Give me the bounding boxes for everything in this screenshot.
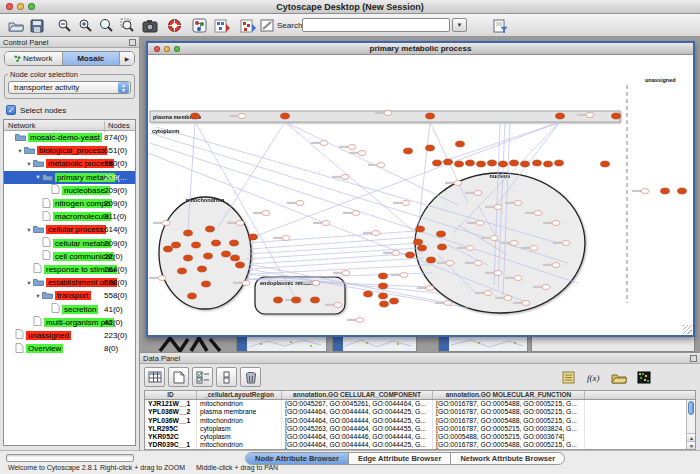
snapshot-button[interactable]	[140, 17, 159, 34]
table-row[interactable]: YKR052Ccytoplasm[GO:0044464, GO:0044446,…	[145, 433, 695, 441]
zoom-in-button[interactable]	[76, 17, 95, 34]
tree-row-response-to-stimulu[interactable]: response to stimulu264(0)	[4, 263, 135, 276]
network-node[interactable]	[418, 245, 427, 251]
network-node[interactable]	[427, 257, 436, 263]
background-window-fragment[interactable]	[332, 336, 417, 352]
network-node[interactable]	[188, 293, 197, 299]
network-node[interactable]	[444, 159, 453, 165]
network-node[interactable]	[544, 161, 553, 167]
network-node[interactable]	[249, 234, 258, 240]
region-mitochondrion[interactable]: mitochondrion	[159, 197, 251, 309]
tree-row-transport[interactable]: ▼transport558(0)	[4, 289, 135, 302]
search-dropdown-button[interactable]: ▼	[452, 18, 467, 32]
network-node[interactable]	[311, 297, 320, 303]
tab-mosaic[interactable]: Mosaic	[63, 52, 121, 65]
tree-row-overview[interactable]: Overview8(0)	[4, 342, 135, 355]
heatmap-button[interactable]	[633, 367, 654, 387]
network-node[interactable]	[253, 211, 270, 216]
network-node[interactable]	[153, 221, 170, 226]
network-node[interactable]	[404, 148, 413, 154]
background-window-fragment[interactable]	[438, 336, 528, 352]
network-node[interactable]	[612, 113, 621, 119]
network-node[interactable]	[149, 276, 166, 281]
vizmapper-button[interactable]	[190, 17, 209, 34]
network-node[interactable]	[632, 189, 649, 194]
expand-arrow-icon[interactable]: ▼	[25, 161, 33, 167]
select-attributes-button[interactable]	[192, 367, 213, 387]
network-node[interactable]	[192, 242, 201, 248]
network-node[interactable]	[222, 251, 231, 257]
network-node[interactable]	[406, 252, 415, 258]
background-window-fragment[interactable]	[531, 336, 695, 352]
network-node[interactable]	[343, 211, 360, 216]
network-node[interactable]	[380, 301, 389, 307]
network-node[interactable]	[164, 246, 173, 252]
network-node[interactable]	[204, 253, 213, 259]
attribute-table-header[interactable]: ID _cellularLayoutRegion annotation.GO C…	[145, 391, 695, 400]
expand-arrow-icon[interactable]: ▼	[34, 174, 42, 180]
network-node[interactable]	[292, 297, 301, 303]
tree-row-mosaic-demo-yeast[interactable]: mosaic-demo-yeast874(0)	[4, 131, 135, 144]
attribute-batch-button[interactable]	[558, 367, 579, 387]
tree-row-nucleobase-[interactable]: nucleobase-209(0)	[4, 184, 135, 197]
network-view-window[interactable]: primary metabolic process plasma membran…	[146, 41, 695, 337]
tree-row-cellular-process[interactable]: ▼cellular process614(0)	[4, 223, 135, 236]
network-node[interactable]	[456, 141, 465, 147]
network-node[interactable]	[311, 141, 328, 146]
scroll-down-button[interactable]: ▼	[687, 441, 696, 449]
network-node[interactable]	[466, 160, 475, 166]
expand-arrow-icon[interactable]: ▼	[25, 280, 33, 286]
network-node[interactable]	[510, 160, 519, 166]
network-node[interactable]	[184, 255, 193, 261]
network-node[interactable]	[379, 293, 388, 299]
network-node[interactable]	[390, 298, 399, 304]
table-row[interactable]: YJR121W__1mitochondrion[GO:0045267, GO:0…	[145, 400, 695, 408]
tree-row-establishment-of-lo[interactable]: ▼establishment of lo558(0)	[4, 276, 135, 289]
tree-row-macromolecule[interactable]: macromolecule311(0)	[4, 210, 135, 223]
network-node[interactable]	[555, 160, 564, 166]
network-node[interactable]	[438, 244, 447, 250]
select-nodes-checkbox[interactable]: ✓	[6, 105, 16, 115]
help-button[interactable]	[165, 17, 184, 34]
network-node[interactable]	[281, 113, 290, 119]
network-node[interactable]	[198, 266, 207, 272]
network-node[interactable]	[437, 231, 446, 237]
tab-overflow-button[interactable]: ▶	[120, 52, 134, 65]
network-node[interactable]	[678, 188, 687, 194]
network-node[interactable]	[287, 201, 304, 206]
float-panel-icon[interactable]	[129, 39, 136, 46]
network-node[interactable]	[426, 113, 435, 119]
network-node[interactable]	[184, 230, 193, 236]
open-session-button[interactable]	[6, 17, 25, 34]
region-cytoplasm[interactable]: cytoplasm	[152, 128, 179, 134]
zoom-fit-button[interactable]	[97, 17, 116, 34]
tree-row-unassigned[interactable]: unassigned223(0)	[4, 329, 135, 342]
table-row[interactable]: YLR295Ccytoplasm[GO:0045263, GO:0044464,…	[145, 425, 695, 433]
network-node[interactable]	[236, 262, 245, 268]
network-node[interactable]	[212, 240, 221, 246]
network-node[interactable]	[393, 201, 410, 206]
tab-network[interactable]: Network	[5, 52, 63, 65]
formula-button[interactable]: f(x)	[583, 367, 604, 387]
network-node[interactable]	[333, 271, 350, 276]
network-node[interactable]	[455, 161, 464, 167]
network-node[interactable]	[426, 145, 435, 151]
zoom-out-button[interactable]	[55, 17, 74, 34]
network-node[interactable]	[172, 242, 181, 248]
tree-row-primary-metabo[interactable]: ▼primary metabo209(...	[4, 171, 135, 184]
delete-attribute-button[interactable]	[240, 367, 261, 387]
network-node[interactable]	[230, 240, 239, 246]
network-node[interactable]	[379, 283, 388, 289]
tab-edge-attribute-browser[interactable]: Edge Attribute Browser	[349, 453, 451, 464]
attribute-table-button[interactable]	[144, 367, 165, 387]
network-node[interactable]	[499, 161, 508, 167]
network-node[interactable]	[477, 161, 486, 167]
network-node[interactable]	[414, 239, 423, 245]
import-attributes-button[interactable]	[608, 367, 629, 387]
network-node[interactable]	[231, 255, 240, 261]
new-attribute-button[interactable]	[168, 367, 189, 387]
search-input[interactable]	[302, 18, 450, 32]
scroll-up-button[interactable]: ▲	[687, 433, 696, 441]
network-node[interactable]	[533, 160, 542, 166]
network-node[interactable]	[433, 160, 442, 166]
